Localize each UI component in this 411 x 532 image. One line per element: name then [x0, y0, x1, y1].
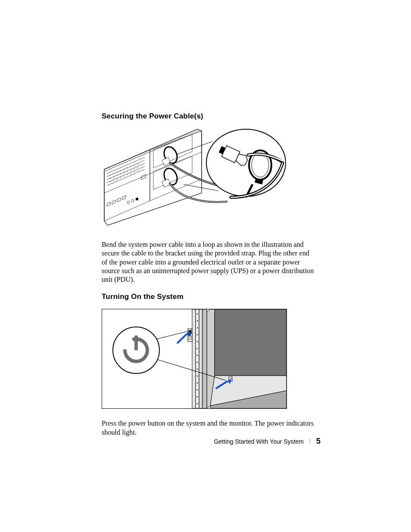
svg-point-44 [134, 172, 135, 173]
svg-marker-59 [215, 309, 286, 376]
svg-rect-67 [196, 309, 199, 408]
svg-point-80 [197, 383, 198, 384]
svg-point-72 [197, 327, 198, 329]
power-cable-illustration [102, 128, 287, 230]
power-button-illustration [102, 309, 287, 409]
svg-point-24 [127, 168, 128, 168]
svg-point-31 [120, 174, 121, 174]
svg-point-38 [113, 180, 114, 181]
figure-power-button-location [102, 309, 321, 409]
svg-point-77 [197, 362, 198, 363]
monitor-corner [207, 309, 286, 408]
svg-point-27 [137, 164, 138, 165]
svg-point-33 [127, 171, 128, 172]
svg-point-21 [117, 172, 118, 173]
paragraph-turning-on-system: Press the power button on the system and… [102, 419, 316, 437]
svg-point-25 [131, 166, 131, 167]
svg-point-22 [120, 170, 121, 171]
svg-point-79 [197, 376, 198, 377]
svg-point-23 [124, 169, 125, 170]
svg-point-70 [197, 314, 198, 315]
svg-point-42 [127, 174, 128, 175]
section-heading-securing-power-cables: Securing the Power Cable(s) [102, 112, 321, 121]
svg-point-43 [131, 173, 131, 174]
svg-point-76 [197, 355, 198, 356]
svg-rect-91 [134, 336, 138, 350]
figure-power-cable-securing [102, 128, 321, 230]
svg-point-12 [136, 198, 138, 200]
svg-point-36 [137, 167, 138, 168]
svg-rect-66 [192, 309, 196, 408]
svg-point-78 [197, 369, 198, 370]
svg-point-26 [134, 165, 135, 166]
svg-point-35 [134, 168, 135, 169]
svg-point-71 [197, 320, 198, 322]
section-heading-turning-on-system: Turning On the System [102, 292, 321, 301]
svg-point-75 [197, 348, 198, 349]
footer-chapter-title: Getting Started With Your System [214, 438, 304, 445]
svg-point-37 [110, 181, 111, 182]
document-page: Securing the Power Cable(s) [0, 0, 411, 532]
svg-point-83 [197, 403, 198, 404]
svg-point-34 [131, 170, 131, 171]
svg-point-45 [137, 171, 138, 171]
svg-point-74 [197, 341, 198, 342]
svg-point-73 [197, 334, 198, 336]
footer-separator [310, 439, 310, 445]
footer-page-number: 5 [316, 437, 321, 446]
page-footer: Getting Started With Your System 5 [214, 437, 321, 446]
svg-point-32 [124, 172, 125, 173]
svg-point-20 [113, 173, 114, 174]
svg-point-39 [117, 179, 118, 180]
svg-point-28 [110, 178, 111, 179]
svg-point-82 [197, 396, 198, 398]
svg-point-19 [110, 174, 111, 175]
svg-rect-68 [199, 309, 202, 408]
svg-point-40 [120, 177, 121, 178]
svg-point-30 [117, 175, 118, 176]
paragraph-securing-power-cables: Bend the system power cable into a loop … [102, 240, 316, 284]
svg-point-81 [197, 389, 198, 391]
svg-point-29 [113, 177, 114, 177]
svg-rect-69 [202, 309, 207, 408]
svg-point-41 [124, 176, 125, 177]
